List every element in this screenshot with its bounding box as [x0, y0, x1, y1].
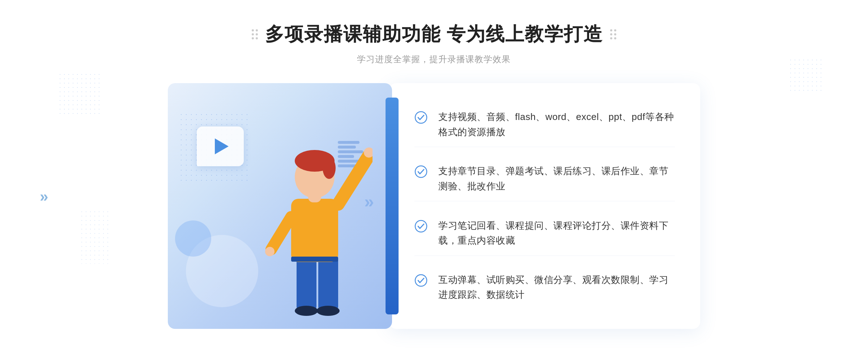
page-container: » 多项录播课辅助功能 专为线上教学打造 学习进度全掌握，提升录播课教学效果	[0, 0, 868, 352]
svg-point-14	[415, 112, 427, 123]
feature-text-3: 学习笔记回看、课程提问、课程评论打分、课件资料下载，重点内容收藏	[438, 218, 675, 248]
human-figure	[257, 126, 373, 329]
svg-line-5	[338, 155, 369, 204]
svg-rect-0	[297, 257, 316, 311]
svg-point-12	[265, 247, 275, 256]
feature-text-4: 互动弹幕、试听购买、微信分享、观看次数限制、学习进度跟踪、数据统计	[438, 272, 675, 302]
svg-rect-13	[291, 257, 338, 262]
feature-text-1: 支持视频、音频、flash、word、excel、ppt、pdf等各种格式的资源…	[438, 110, 675, 139]
chevron-left-icon: »	[40, 188, 48, 205]
svg-rect-4	[291, 199, 338, 262]
header-section: 多项录播课辅助功能 专为线上教学打造 学习进度全掌握，提升录播课教学效果	[252, 22, 616, 65]
blue-bar	[386, 98, 399, 314]
check-icon-4	[414, 274, 427, 287]
svg-point-2	[295, 306, 318, 316]
sub-title: 学习进度全掌握，提升录播课教学效果	[252, 53, 616, 65]
check-icon-1	[414, 111, 427, 124]
illus-circle-small	[175, 220, 211, 257]
play-bubble	[197, 126, 244, 166]
svg-rect-1	[318, 257, 338, 311]
bg-dots-left	[58, 72, 101, 116]
svg-point-17	[415, 275, 427, 286]
svg-point-3	[316, 306, 340, 316]
feature-item-1: 支持视频、音频、flash、word、excel、ppt、pdf等各种格式的资源…	[414, 102, 675, 147]
right-dots-icon	[610, 29, 616, 39]
left-dots-icon	[252, 29, 258, 39]
features-panel: 支持视频、音频、flash、word、excel、ppt、pdf等各种格式的资源…	[389, 83, 700, 329]
svg-point-10	[323, 157, 336, 179]
bg-dots-left2	[80, 210, 109, 264]
content-section: »	[145, 83, 723, 329]
feature-item-2: 支持章节目录、弹题考试、课后练习、课后作业、章节测验、批改作业	[414, 156, 675, 201]
main-title: 多项录播课辅助功能 专为线上教学打造	[265, 22, 603, 47]
illustration-panel: »	[168, 83, 392, 329]
check-icon-2	[414, 165, 427, 178]
title-row: 多项录播课辅助功能 专为线上教学打造	[252, 22, 616, 47]
feature-item-3: 学习笔记回看、课程提问、课程评论打分、课件资料下载，重点内容收藏	[414, 211, 675, 256]
svg-line-6	[271, 217, 291, 249]
feature-item-4: 互动弹幕、试听购买、微信分享、观看次数限制、学习进度跟踪、数据统计	[414, 265, 675, 310]
bg-dots-right	[788, 58, 825, 94]
feature-text-2: 支持章节目录、弹题考试、课后练习、课后作业、章节测验、批改作业	[438, 164, 675, 194]
play-triangle-icon	[215, 138, 229, 154]
svg-point-15	[415, 166, 427, 177]
svg-point-16	[415, 220, 427, 232]
check-icon-3	[414, 220, 427, 233]
